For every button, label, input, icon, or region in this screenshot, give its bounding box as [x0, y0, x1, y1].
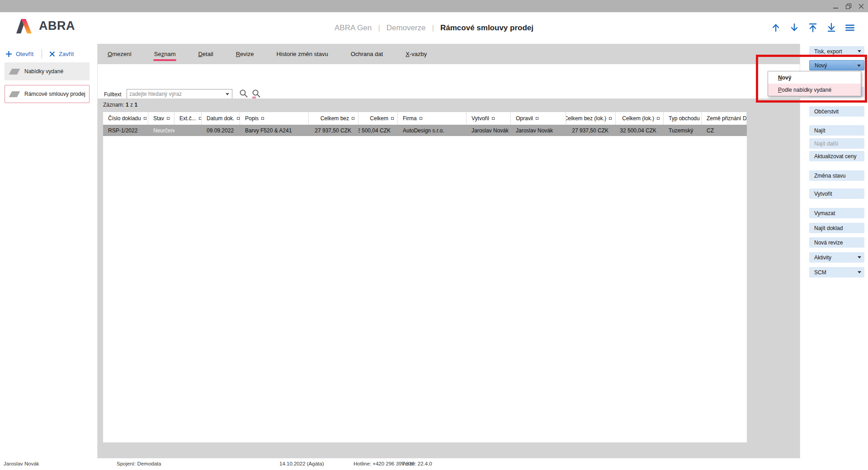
cell-celkem-lok: 32 500,04 CZK [616, 125, 664, 136]
column-options-icon[interactable] [144, 117, 146, 120]
column-header-vytvoril[interactable]: Vytvořil [467, 112, 511, 125]
tab-x-vazby[interactable]: X-vazby [406, 44, 427, 64]
column-options-icon[interactable] [261, 117, 264, 120]
column-options-icon[interactable] [237, 117, 240, 120]
find-button[interactable]: Najít [809, 125, 864, 136]
column-header-firma[interactable]: Firma [398, 112, 467, 125]
create-button[interactable]: Vytvořit [809, 188, 864, 199]
cell-celkem: 32 500,04 CZK [359, 125, 398, 136]
find-next-button: Najít další [809, 138, 864, 149]
column-options-icon[interactable] [391, 117, 394, 120]
new-dropdown-menu: Nový Podle nabídky vydané [768, 71, 861, 96]
column-options-icon[interactable] [536, 117, 538, 120]
column-header-ext-c[interactable]: Ext.č... [175, 112, 202, 125]
column-header-celkem[interactable]: Celkem [359, 112, 398, 125]
table-row[interactable]: RSP-1/2022 Neurčeno 09.09.2022 Barvy F52… [103, 125, 747, 136]
column-header-datum-dok[interactable]: Datum dok. [202, 112, 240, 125]
open-button[interactable]: Otevřít [5, 51, 33, 57]
status-bar: Jaroslav Novák Spojení: Demodata 14.10.2… [0, 458, 868, 470]
cell-cislo-dokladu: RSP-1/2022 [103, 125, 148, 136]
scm-button[interactable]: SCM [809, 267, 864, 277]
cell-stav: Neurčeno [148, 125, 175, 136]
activities-button[interactable]: Aktivity [809, 252, 864, 263]
tab-revize[interactable]: Revize [236, 44, 254, 64]
column-header-typ-obchodu[interactable]: Typ obchodu [664, 112, 702, 125]
sidebar-item-nabidky-vydane[interactable]: Nabídky vydané [5, 62, 90, 80]
arrow-to-top-icon[interactable] [807, 22, 818, 33]
record-current: 1 [126, 102, 129, 108]
breadcrumb-env[interactable]: Demoverze [387, 24, 426, 33]
new-revision-button[interactable]: Nová revize [809, 237, 864, 248]
menu-item-novy[interactable]: Nový [768, 71, 861, 84]
breadcrumb-separator: | [378, 24, 380, 33]
column-options-icon[interactable] [199, 117, 202, 120]
column-header-opravil[interactable]: Opravil [511, 112, 566, 125]
fulltext-label: Fulltext [104, 91, 122, 98]
table-empty-area [103, 136, 747, 442]
sidebar-item-label: Rámcové smlouvy prodej [24, 91, 85, 97]
page-title: Rámcové smlouvy prodej [440, 24, 533, 33]
tab-detail[interactable]: Detail [198, 44, 213, 64]
update-prices-button[interactable]: Aktualizovat ceny [809, 151, 864, 161]
arrow-down-icon[interactable] [789, 22, 800, 33]
column-options-icon[interactable] [420, 117, 422, 120]
column-options-icon[interactable] [609, 117, 612, 120]
column-header-celkem-lok[interactable]: Celkem (lok.) [616, 112, 664, 125]
record-navigation [770, 22, 855, 33]
column-options-icon[interactable] [492, 117, 495, 120]
sidebar-item-ramcove-smlouvy-prodej[interactable]: Rámcové smlouvy prodej [5, 85, 90, 103]
find-document-button[interactable]: Najít doklad [809, 223, 864, 233]
breadcrumb-app[interactable]: ABRA Gen [335, 24, 372, 33]
column-options-icon[interactable] [657, 117, 660, 120]
record-separator: z [130, 102, 133, 108]
arrow-to-bottom-icon[interactable] [826, 22, 837, 33]
divider [854, 61, 855, 69]
record-count: Záznam: 1 z 1 [103, 102, 137, 108]
cell-firma: AutoDesign s.r.o. [398, 125, 467, 136]
sidebar-item-label: Nabídky vydané [24, 68, 63, 75]
status-date: 14.10.2022 (Agáta) [279, 461, 324, 466]
column-options-icon[interactable] [352, 117, 354, 120]
tab-historie-zmen-stavu[interactable]: Historie změn stavu [276, 44, 328, 64]
delete-button[interactable]: Vymazat [809, 208, 864, 218]
new-button[interactable]: Nový [809, 60, 864, 70]
arrow-up-icon[interactable] [770, 22, 781, 33]
column-header-celkem-bez[interactable]: Celkem bez [309, 112, 359, 125]
close-icon[interactable] [856, 1, 866, 11]
refresh-button[interactable]: Občerstvit [809, 106, 864, 117]
parallelogram-icon [9, 91, 20, 97]
tab-seznam[interactable]: Seznam [154, 44, 176, 64]
restore-icon[interactable] [844, 1, 854, 11]
fulltext-input[interactable] [127, 89, 232, 99]
column-header-stav[interactable]: Stav [148, 112, 175, 125]
sidebar-actions: Otevřít Zavřít [5, 48, 90, 60]
column-header-cislo-dokladu[interactable]: Číslo dokladu [103, 112, 148, 125]
close-x-icon [49, 51, 55, 57]
breadcrumb: ABRA Gen | Demoverze | Rámcové smlouvy p… [0, 12, 868, 44]
parallelogram-icon [9, 69, 20, 75]
tab-omezeni[interactable]: Omezení [108, 44, 132, 64]
print-export-button[interactable]: Tisk, export [809, 46, 864, 56]
column-options-icon[interactable] [167, 117, 170, 120]
dropdown-caret-icon [858, 256, 861, 258]
record-total: 1 [134, 102, 137, 108]
change-status-button[interactable]: Změna stavu [809, 170, 864, 181]
tab-ochrana-dat[interactable]: Ochrana dat [351, 44, 383, 64]
app-header: ABRA ABRA Gen | Demoverze | Rámcové smlo… [0, 12, 868, 44]
column-header-popis[interactable]: Popis [240, 112, 309, 125]
column-header-zeme-priznani-dph[interactable]: Země přiznání DPH [702, 112, 747, 125]
cell-vytvoril: Jaroslav Novák [467, 125, 511, 136]
divider [42, 49, 42, 58]
minimize-icon[interactable] [831, 1, 841, 11]
cell-typ-obchodu: Tuzemský [664, 125, 702, 136]
column-header-celkem-bez-lok[interactable]: Celkem bez (lok.) [566, 112, 616, 125]
open-button-label: Otevřít [16, 51, 33, 57]
menu-item-podle-nabidky-vydane[interactable]: Podle nabídky vydané [768, 84, 861, 96]
status-user: Jaroslav Novák [4, 461, 39, 466]
cell-ext-c [175, 125, 202, 136]
tab-strip: Omezení Seznam Detail Revize Historie zm… [98, 44, 800, 64]
close-tab-button[interactable]: Zavřít [49, 51, 74, 57]
hamburger-menu-icon[interactable] [844, 22, 855, 33]
dropdown-caret-icon [858, 271, 861, 273]
search-toolbar: Fulltext Vybrané omezení Bez jména (neul… [98, 64, 800, 99]
